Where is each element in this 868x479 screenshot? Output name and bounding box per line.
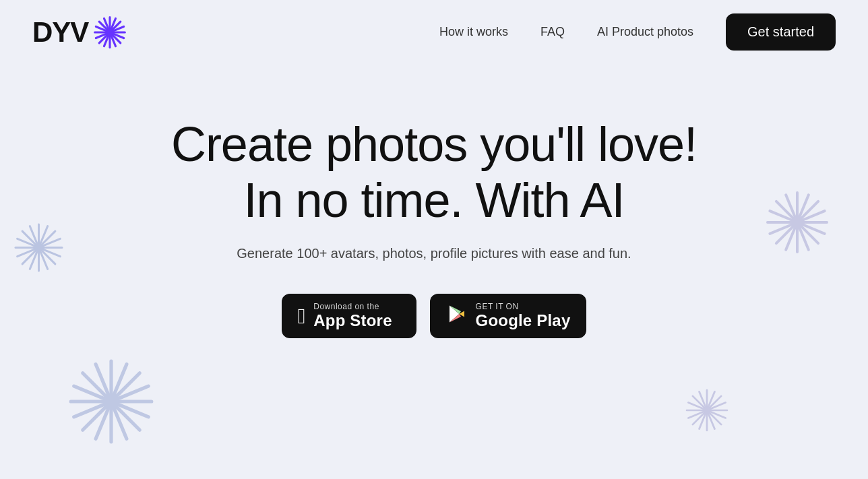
google-play-text: GET IT ON Google Play bbox=[476, 302, 571, 330]
apple-icon:  bbox=[298, 305, 306, 327]
burst-bottom-right bbox=[684, 387, 730, 433]
nav-ai-product-photos[interactable]: AI Product photos bbox=[597, 25, 693, 39]
burst-bottom-left bbox=[67, 358, 155, 445]
get-started-button[interactable]: Get started bbox=[726, 13, 836, 51]
nav-how-it-works[interactable]: How it works bbox=[439, 25, 508, 39]
app-store-button[interactable]:  Download on the App Store bbox=[282, 294, 416, 338]
logo-text: DYV bbox=[32, 16, 88, 49]
app-store-small-text: Download on the bbox=[313, 302, 379, 311]
hero-section: Create photos you'll love! In no time. W… bbox=[0, 64, 868, 338]
nav-links: How it works FAQ AI Product photos bbox=[439, 25, 693, 39]
svg-point-84 bbox=[106, 28, 113, 35]
nav-faq[interactable]: FAQ bbox=[540, 25, 565, 39]
hero-title-line1: Create photos you'll love! bbox=[171, 118, 697, 171]
logo-burst-icon bbox=[92, 15, 127, 50]
logo[interactable]: DYV bbox=[32, 15, 127, 50]
store-buttons:  Download on the App Store GET IT ON Go… bbox=[282, 294, 587, 338]
navbar: DYV How bbox=[0, 0, 868, 64]
svg-point-67 bbox=[704, 407, 710, 414]
google-play-icon bbox=[446, 303, 468, 328]
app-store-text: Download on the App Store bbox=[313, 302, 392, 330]
hero-subtitle: Generate 100+ avatars, photos, profile p… bbox=[237, 246, 631, 261]
app-store-big-text: App Store bbox=[313, 311, 392, 330]
hero-title-line2: In no time. With AI bbox=[243, 171, 624, 229]
svg-point-33 bbox=[103, 393, 119, 409]
google-play-button[interactable]: GET IT ON Google Play bbox=[430, 294, 587, 338]
google-play-big-text: Google Play bbox=[476, 311, 571, 330]
google-play-small-text: GET IT ON bbox=[476, 302, 519, 311]
